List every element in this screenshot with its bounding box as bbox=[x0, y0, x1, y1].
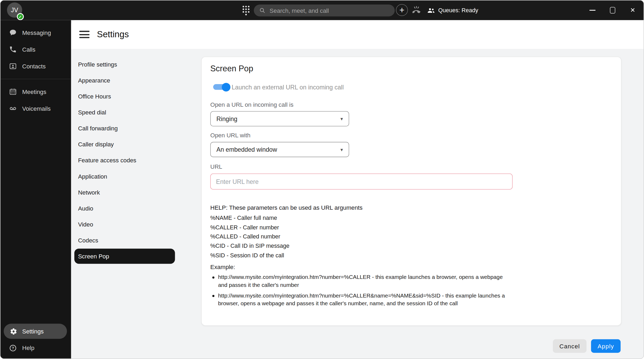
apply-button[interactable]: Apply bbox=[591, 339, 621, 353]
nav-item-call-forwarding[interactable]: Call forwarding bbox=[74, 120, 175, 136]
app-window: JV ✓ + bbox=[0, 0, 644, 359]
window-controls: ✕ bbox=[582, 1, 643, 20]
hamburger-menu-icon[interactable] bbox=[79, 31, 90, 38]
plus-icon: + bbox=[399, 6, 404, 14]
close-icon: ✕ bbox=[630, 7, 635, 14]
panel-title: Screen Pop bbox=[210, 64, 253, 73]
contact-card-icon bbox=[9, 62, 17, 70]
nav-item-speed-dial[interactable]: Speed dial bbox=[74, 104, 175, 120]
page-title: Settings bbox=[97, 29, 129, 40]
queues-status[interactable]: Queues: Ready bbox=[427, 1, 478, 20]
search-icon bbox=[259, 7, 266, 14]
sidebar-item-settings[interactable]: Settings bbox=[4, 324, 67, 339]
param-cid: %CID - Call ID in SIP message bbox=[210, 241, 289, 251]
param-caller: %CALLER - Caller number bbox=[210, 223, 289, 232]
nav-item-caller-display[interactable]: Caller display bbox=[74, 136, 175, 152]
chat-bubble-icon bbox=[9, 29, 17, 36]
nav-item-audio[interactable]: Audio bbox=[74, 200, 175, 216]
open-with-value: An embedded window bbox=[216, 146, 277, 153]
sidebar-item-meetings[interactable]: Meetings bbox=[1, 83, 71, 100]
settings-header: Settings bbox=[71, 20, 644, 49]
nav-item-network[interactable]: Network bbox=[74, 184, 175, 200]
minimize-icon bbox=[589, 10, 596, 11]
url-parameters: %NAME - Caller full name %CALLER - Calle… bbox=[210, 213, 289, 260]
sidebar-item-calls[interactable]: Calls bbox=[1, 41, 71, 58]
sidebar-label: Help bbox=[22, 345, 34, 351]
queues-label: Queues: Ready bbox=[438, 7, 478, 14]
nav-item-profile-settings[interactable]: Profile settings bbox=[74, 56, 175, 72]
dialpad-icon[interactable] bbox=[241, 5, 250, 16]
sidebar-item-contacts[interactable]: Contacts bbox=[1, 58, 71, 75]
gear-icon bbox=[10, 328, 17, 335]
queues-people-icon bbox=[427, 6, 435, 14]
sidebar-label: Calls bbox=[22, 46, 35, 53]
example-list: http://www.mysite.com/myintegration.htm?… bbox=[212, 274, 508, 311]
nav-item-appearance[interactable]: Appearance bbox=[74, 72, 175, 88]
close-button[interactable]: ✕ bbox=[623, 1, 643, 20]
minimize-button[interactable] bbox=[582, 1, 603, 20]
svg-text:?: ? bbox=[12, 346, 14, 350]
help-circle-icon: ? bbox=[9, 344, 17, 352]
help-title: HELP: These parameters can be used as UR… bbox=[210, 204, 363, 211]
param-name: %NAME - Caller full name bbox=[210, 213, 289, 223]
param-called: %CALLED - Called number bbox=[210, 232, 289, 241]
chevron-down-icon: ▾ bbox=[341, 116, 343, 122]
topbar: JV ✓ + bbox=[1, 1, 644, 20]
main-area: Settings Profile settings Appearance Off… bbox=[71, 20, 644, 359]
nav-item-codecs[interactable]: Codecs bbox=[74, 232, 175, 248]
screen-pop-panel: Screen Pop Launch an external URL on inc… bbox=[201, 57, 621, 326]
example-title: Example: bbox=[210, 264, 235, 270]
url-input[interactable] bbox=[210, 174, 513, 189]
sidebar-label: Voicemails bbox=[22, 105, 51, 112]
avatar-initials: JV bbox=[11, 7, 18, 14]
stage: JV ✓ + bbox=[0, 0, 644, 359]
footer-actions: Cancel Apply bbox=[553, 339, 621, 353]
url-field-label: URL bbox=[210, 163, 222, 170]
nav-item-office-hours[interactable]: Office Hours bbox=[74, 88, 175, 104]
chevron-down-icon: ▾ bbox=[341, 147, 343, 152]
launch-url-toggle[interactable] bbox=[213, 84, 227, 90]
call-park-icon[interactable] bbox=[411, 5, 422, 15]
calendar-icon bbox=[9, 88, 17, 96]
nav-item-application[interactable]: Application bbox=[74, 168, 175, 184]
sidebar-item-voicemails[interactable]: Voicemails bbox=[1, 100, 71, 117]
open-with-select[interactable]: An embedded window ▾ bbox=[210, 142, 349, 157]
voicemail-icon bbox=[9, 105, 17, 112]
sidebar-item-help[interactable]: ? Help bbox=[1, 340, 71, 356]
maximize-icon bbox=[610, 7, 615, 14]
sidebar-label: Settings bbox=[22, 328, 44, 335]
url-trigger-label: Open a URL on incoming call is bbox=[210, 101, 293, 108]
new-action-button[interactable]: + bbox=[396, 4, 408, 16]
settings-nav: Profile settings Appearance Office Hours… bbox=[74, 56, 175, 264]
param-sid: %SID - Session ID of the call bbox=[210, 251, 289, 260]
url-trigger-value: Ringing bbox=[216, 115, 237, 122]
search-bar[interactable] bbox=[254, 5, 395, 16]
avatar[interactable]: JV ✓ bbox=[7, 2, 22, 18]
nav-item-feature-access-codes[interactable]: Feature access codes bbox=[74, 152, 175, 168]
launch-url-toggle-label: Launch an external URL on incoming call bbox=[232, 84, 344, 90]
cancel-button[interactable]: Cancel bbox=[553, 339, 586, 353]
open-with-label: Open URL with bbox=[210, 132, 250, 139]
example-item: http://www.mysite.com/myintegration.htm?… bbox=[212, 292, 508, 307]
sidebar-label: Contacts bbox=[22, 63, 46, 70]
nav-item-video[interactable]: Video bbox=[74, 216, 175, 232]
sidebar-label: Meetings bbox=[22, 88, 46, 95]
url-trigger-select[interactable]: Ringing ▾ bbox=[210, 111, 349, 126]
example-item: http://www.mysite.com/myintegration.htm?… bbox=[212, 274, 508, 289]
sidebar-label: Messaging bbox=[22, 29, 51, 36]
search-input[interactable] bbox=[270, 7, 390, 14]
presence-available-icon: ✓ bbox=[17, 13, 24, 20]
phone-icon bbox=[9, 46, 17, 53]
maximize-button[interactable] bbox=[602, 1, 623, 20]
sidebar-item-messaging[interactable]: Messaging bbox=[1, 24, 71, 41]
nav-item-screen-pop[interactable]: Screen Pop bbox=[74, 249, 175, 264]
sidebar-divider bbox=[1, 79, 71, 79]
sidebar: Messaging Calls Contacts bbox=[1, 20, 71, 359]
